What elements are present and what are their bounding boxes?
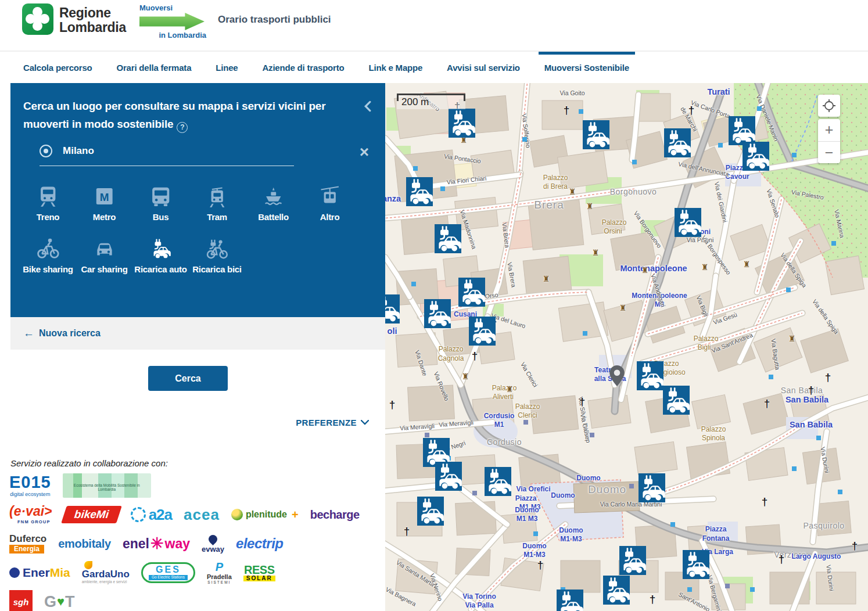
map-entrance-square [629, 484, 634, 488]
new-search-button[interactable]: ← Nuova ricerca [10, 317, 385, 350]
partner-logo-enelway[interactable]: enel✳way [123, 534, 190, 553]
zoom-out-button[interactable]: − [818, 141, 840, 164]
ev-charging-marker[interactable] [675, 208, 701, 237]
tab-calcola-percorso[interactable]: Calcola percorso [23, 52, 92, 83]
map-label: Duomo [559, 526, 583, 534]
ev-charging-marker[interactable] [683, 550, 709, 579]
map[interactable]: AnfiteatroVia GoitoTuratiVia Carlo Porta… [385, 83, 868, 611]
ev-charging-marker[interactable] [458, 278, 485, 307]
map-entrance-square [725, 584, 730, 588]
ev-charging-car-icon [435, 462, 462, 491]
mode-treno[interactable]: Treno [20, 185, 76, 222]
landmark-icon: ♜ [743, 260, 751, 269]
crosshair-icon [822, 99, 836, 113]
ev-charging-marker[interactable] [435, 462, 462, 491]
locate-button[interactable] [818, 95, 840, 117]
ev-charging-marker[interactable] [406, 177, 433, 206]
partner-logo-gardauno[interactable]: GardaUnoambiente, energia e servizi [82, 561, 130, 584]
map-label: Palazzo [602, 218, 627, 227]
ev-charging-marker[interactable] [729, 116, 755, 145]
ev-charging-marker[interactable] [385, 294, 400, 324]
map-label: Fontana [702, 534, 730, 542]
landmark-icon: ♜ [701, 263, 709, 272]
map-label: oli [388, 326, 397, 336]
partner-logo-row: DufercoEnergiaemobitalyenel✳wayevwayelec… [9, 529, 384, 558]
map-label: Aliverti [493, 393, 514, 401]
map-label: Duomo [576, 474, 600, 482]
landmark-icon: ♜ [592, 248, 600, 257]
church-icon: † [389, 398, 396, 411]
map-label: Spinola [702, 434, 725, 442]
preferences-toggle[interactable]: PREFERENZE [296, 418, 369, 427]
ev-charging-marker[interactable] [435, 224, 461, 253]
zoom-in-button[interactable]: + [818, 119, 840, 141]
tab-linee[interactable]: Linee [216, 52, 238, 83]
partner-logo-gvt[interactable]: G♥T [44, 593, 75, 611]
muoversi-bottom-label: in Lombardia [139, 31, 206, 39]
ev-charging-marker[interactable] [619, 546, 646, 575]
map-label: San Babila [790, 420, 833, 429]
partner-logo-evai[interactable]: (e·vai>FNM GROUP [9, 505, 52, 524]
partner-logo-electrip[interactable]: electrip [236, 535, 283, 552]
mode-metro[interactable]: M Metro [76, 185, 132, 222]
partner-logo-emobitaly[interactable]: emobitaly [58, 537, 111, 551]
mode-tram[interactable]: Tram [189, 185, 245, 222]
transport-modes-row2: Bike sharing Car sharing Ricarica auto R… [20, 238, 245, 274]
tab-orari-della-fermata[interactable]: Orari della fermata [117, 52, 192, 83]
partner-logo-bikemi[interactable]: bikeMi [61, 506, 122, 523]
tab-aziende-di-trasporto[interactable]: Aziende di trasporto [262, 52, 344, 83]
partner-logo-ress[interactable]: RESSSOLAR [243, 564, 275, 581]
ev-charging-car-icon [663, 386, 690, 415]
search-prompt-text: Cerca un luogo per consultare su mappa i… [23, 100, 325, 130]
ev-charging-marker[interactable] [485, 467, 511, 496]
partner-logo-becharge[interactable]: becharge [310, 508, 360, 522]
ev-charging-car-icon [743, 142, 769, 171]
ev-charging-marker[interactable] [639, 473, 665, 502]
mode-ricarica-bici[interactable]: Ricarica bici [189, 238, 245, 274]
church-icon: † [852, 540, 858, 552]
map-scale-label: 200 m [401, 96, 429, 107]
ev-charging-marker[interactable] [583, 120, 609, 149]
ev-charging-marker[interactable] [557, 590, 583, 611]
tab-avvisi-sul-servizio[interactable]: Avvisi sul servizio [447, 52, 520, 83]
ev-charging-marker[interactable] [417, 497, 444, 526]
ev-charging-marker[interactable] [449, 109, 475, 138]
mode-bus[interactable]: Bus [132, 185, 189, 222]
clear-search-icon[interactable]: × [360, 146, 369, 159]
partner-logo-ems[interactable]: Ecosistema della Mobilità Sostenibile in… [63, 473, 151, 498]
partner-logo-duferco[interactable]: DufercoEnergia [9, 534, 46, 554]
ev-charging-car-icon [675, 208, 701, 237]
partner-logo-pradella[interactable]: PradellaSISTEMI [207, 560, 232, 584]
ev-charging-marker[interactable] [663, 386, 690, 415]
mode-altro[interactable]: Altro [302, 185, 358, 222]
tab-link-e-mappe[interactable]: Link e Mappe [368, 52, 422, 83]
partner-logo-acea[interactable]: acea [184, 506, 220, 524]
map-label: M1·M3 [560, 535, 582, 543]
partner-logo-a2a[interactable]: a2a [131, 506, 172, 524]
help-icon[interactable]: ? [177, 122, 188, 133]
search-button[interactable]: Cerca [148, 366, 228, 391]
ev-charging-marker[interactable] [469, 317, 496, 346]
ev-charging-marker[interactable] [743, 142, 769, 171]
ev-charging-marker[interactable] [664, 128, 691, 157]
map-poi-square [786, 287, 791, 292]
partner-logo-sgh[interactable]: sgh [9, 590, 33, 611]
partner-logo-plenitude[interactable]: plenitude+ [231, 508, 299, 522]
partner-logo-e015[interactable]: E015digital ecosystem [9, 474, 51, 497]
ev-charging-marker[interactable] [603, 576, 630, 605]
mode-label: Metro [93, 212, 116, 222]
mode-bike-sharing[interactable]: Bike sharing [20, 238, 76, 274]
mode-battello[interactable]: Battello [245, 185, 302, 222]
mode-ricarica-auto[interactable]: Ricarica auto [132, 238, 189, 274]
partner-logo-ges[interactable]: GESGo Electric Stations [141, 562, 195, 583]
partner-logo-evway[interactable]: evway [202, 535, 224, 553]
ev-charging-marker[interactable] [637, 361, 663, 390]
mode-car-sharing[interactable]: Car sharing [76, 238, 132, 274]
ev-charging-marker[interactable] [424, 299, 451, 328]
mode-label: Bus [153, 212, 168, 222]
tab-muoversi-sostenibile[interactable]: Muoversi Sostenibile [544, 52, 629, 83]
search-input[interactable] [62, 145, 294, 157]
partner-logo-enermia[interactable]: EnerMia [9, 566, 70, 580]
zoom-control: + − [818, 119, 840, 163]
collapse-panel-icon[interactable] [364, 100, 371, 114]
